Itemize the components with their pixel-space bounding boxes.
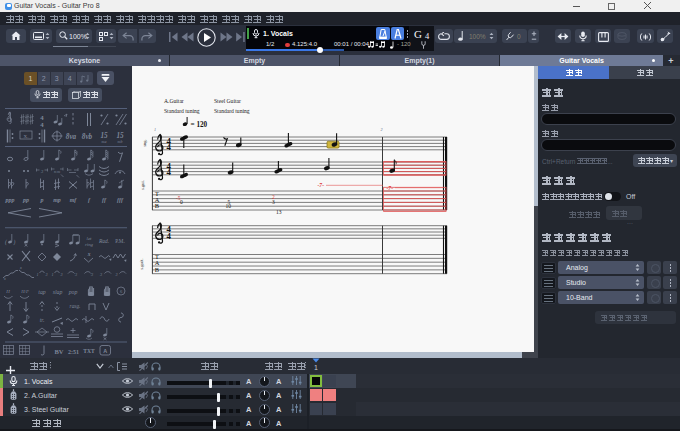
svg-text:3: 3 [60, 272, 62, 277]
svg-text:pop: pop [68, 289, 78, 295]
svg-text:tr.: tr. [40, 317, 45, 323]
svg-text:Standard tuning: Standard tuning [214, 108, 250, 114]
svg-text:2: 2 [381, 127, 383, 132]
svg-text:2:51: 2:51 [68, 349, 79, 355]
svg-text:3: 3 [75, 272, 77, 277]
svg-text:tap: tap [38, 289, 46, 295]
svg-text:3: 3 [45, 272, 47, 277]
svg-text:8va: 8va [66, 133, 77, 141]
svg-text:n:m: n:m [54, 169, 60, 174]
svg-text:4: 4 [40, 121, 44, 128]
svg-text:3: 3 [100, 272, 102, 277]
svg-text:TXT: TXT [83, 348, 95, 354]
svg-text:-7-: -7- [318, 182, 325, 188]
svg-text:= 120: = 120 [191, 121, 208, 129]
svg-text:4: 4 [167, 142, 172, 152]
svg-text:slap: slap [53, 289, 63, 295]
svg-text:A.Guitar: A.Guitar [164, 98, 184, 104]
svg-text:sng.: sng. [142, 139, 147, 147]
svg-text:3: 3 [41, 169, 44, 174]
svg-text:1: 1 [36, 272, 38, 277]
svg-text:Rad.: Rad. [98, 238, 109, 244]
svg-text:B: B [155, 202, 159, 209]
svg-text:3: 3 [272, 199, 275, 205]
svg-text:fff: fff [117, 197, 124, 203]
svg-text:A: A [103, 348, 107, 354]
svg-text:6: 6 [120, 289, 123, 294]
svg-text:Steel Guitar: Steel Guitar [214, 98, 241, 104]
svg-text:-7-: -7- [387, 185, 394, 191]
svg-text:x: x [3, 276, 6, 281]
svg-text:ppp: ppp [5, 197, 15, 203]
svg-text:p: p [40, 197, 44, 203]
svg-text:10: 10 [226, 203, 232, 209]
svg-text:0: 0 [180, 199, 183, 205]
svg-text:1: 1 [154, 127, 156, 132]
svg-text:): ) [13, 239, 16, 246]
svg-text:X.: X. [24, 134, 29, 139]
svg-text:Standard tuning: Standard tuning [164, 108, 200, 114]
svg-text:mf: mf [70, 197, 78, 203]
svg-text:s.guit.: s.guit. [139, 258, 144, 269]
svg-text:4: 4 [167, 231, 172, 241]
svg-text:13: 13 [276, 209, 282, 215]
svg-text:H: H [5, 289, 10, 294]
svg-text:ma: ma [102, 139, 107, 144]
svg-text:B: B [155, 266, 159, 273]
svg-text:mb: mb [118, 139, 123, 144]
svg-text:x: x [87, 251, 91, 257]
svg-text:s.gui.: s.gui. [140, 180, 145, 190]
svg-text:P.M.: P.M. [115, 238, 125, 244]
svg-text:3: 3 [115, 272, 117, 277]
svg-text:(: ( [5, 239, 8, 246]
svg-text:1: 1 [51, 272, 53, 277]
svg-text:mp: mp [53, 197, 61, 203]
svg-text:BV: BV [54, 348, 63, 355]
svg-text:H/P: H/P [20, 289, 29, 294]
svg-text:f: f [88, 197, 91, 203]
svg-text:x: x [19, 265, 22, 270]
svg-text:4: 4 [167, 167, 172, 177]
svg-text:let: let [87, 236, 92, 241]
svg-text:ring: ring [85, 242, 94, 247]
svg-text:8vb: 8vb [82, 133, 93, 141]
svg-text:rasg.: rasg. [70, 303, 81, 309]
svg-text:ff: ff [102, 197, 107, 203]
svg-text:3: 3 [91, 272, 93, 277]
svg-text:pp: pp [22, 197, 29, 203]
